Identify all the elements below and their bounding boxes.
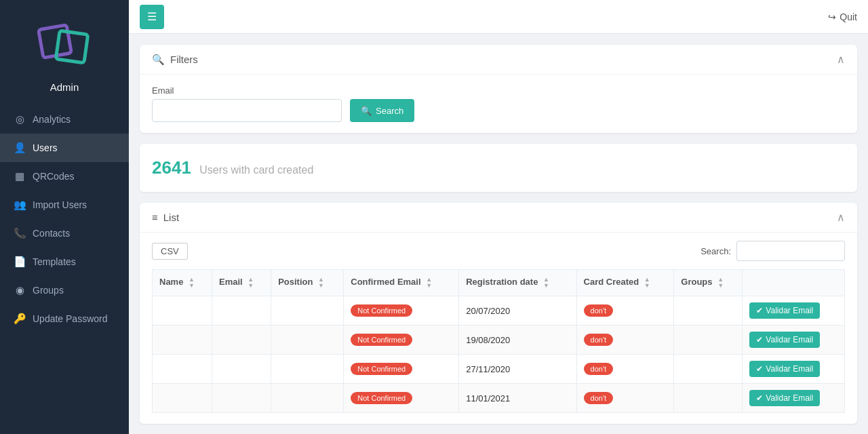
search-label: Search	[376, 106, 403, 116]
list-tools: CSV Search:	[140, 233, 857, 269]
table-body: Not Confirmed 20/07/2020 don't ✔ Validar…	[153, 296, 845, 413]
table-row: Not Confirmed 20/07/2020 don't ✔ Validar…	[153, 296, 845, 326]
list-toggle-button[interactable]: ∧	[837, 211, 845, 224]
sort-icon: ▲▼	[717, 277, 724, 289]
cell-position	[271, 296, 344, 326]
sidebar-item-groups[interactable]: ◉ Groups	[0, 276, 129, 304]
cell-card-created: don't	[576, 326, 674, 355]
list-title: ≡ List	[152, 212, 179, 223]
cell-groups	[674, 355, 743, 384]
not-confirmed-badge: Not Confirmed	[351, 304, 412, 317]
cell-confirmed-email: Not Confirmed	[344, 384, 459, 413]
sort-icon: ▲▼	[543, 277, 549, 289]
cell-confirmed-email: Not Confirmed	[344, 355, 459, 384]
sidebar-item-update-password[interactable]: 🔑 Update Password	[0, 304, 129, 333]
stats-count: 2641	[152, 157, 191, 178]
sidebar-item-label: Groups	[33, 285, 64, 296]
cell-groups	[674, 384, 743, 413]
table-row: Not Confirmed 19/08/2020 don't ✔ Validar…	[153, 326, 845, 355]
not-confirmed-badge: Not Confirmed	[351, 363, 412, 375]
logo-icon	[34, 14, 95, 75]
search-icon: 🔍	[361, 106, 372, 116]
validar-email-button[interactable]: ✔ Validar Email	[749, 390, 820, 406]
admin-label: Admin	[0, 81, 129, 105]
filters-title: 🔍 Filters	[152, 54, 198, 66]
topbar: ☰ ↪ Quit	[129, 0, 868, 34]
validar-email-button[interactable]: ✔ Validar Email	[749, 302, 820, 319]
import-icon: 👥	[14, 199, 26, 211]
cell-card-created: don't	[576, 296, 674, 326]
sort-icon: ▲▼	[426, 277, 432, 289]
list-panel-header: ≡ List ∧	[140, 203, 857, 233]
col-registration-date: Registration date ▲▼	[459, 270, 576, 296]
col-name: Name ▲▼	[153, 270, 212, 296]
validar-email-button[interactable]: ✔ Validar Email	[749, 361, 820, 377]
table-search-input[interactable]	[736, 241, 845, 261]
logo-container	[0, 0, 129, 81]
quit-button[interactable]: ↪ Quit	[828, 12, 857, 22]
cell-action: ✔ Validar Email	[743, 326, 845, 355]
cell-action: ✔ Validar Email	[743, 384, 845, 413]
filters-toggle-button[interactable]: ∧	[837, 53, 845, 66]
email-form-group: Email	[152, 85, 342, 122]
sidebar-item-users[interactable]: 👤 Users	[0, 134, 129, 162]
col-groups: Groups ▲▼	[674, 270, 743, 296]
col-actions	[743, 270, 845, 296]
col-card-created: Card Created ▲▼	[576, 270, 674, 296]
cell-position	[271, 326, 344, 355]
sidebar-item-label: Contacts	[33, 228, 70, 239]
cell-card-created: don't	[576, 355, 674, 384]
sidebar-item-qrcodes[interactable]: ▦ QRCodes	[0, 162, 129, 191]
list-icon: ≡	[152, 212, 158, 223]
sidebar-item-analytics[interactable]: ◎ Analytics	[0, 105, 129, 134]
cell-groups	[674, 296, 743, 326]
sidebar-item-contacts[interactable]: 📞 Contacts	[0, 219, 129, 248]
cell-name	[153, 296, 212, 326]
csv-button[interactable]: CSV	[152, 243, 188, 260]
sidebar-item-label: Analytics	[33, 114, 71, 125]
email-input[interactable]	[152, 99, 342, 122]
quit-arrow-icon: ↪	[828, 12, 836, 22]
cell-reg-date: 20/07/2020	[459, 296, 576, 326]
sidebar-item-templates[interactable]: 📄 Templates	[0, 248, 129, 276]
not-confirmed-badge: Not Confirmed	[351, 392, 412, 404]
search-button[interactable]: 🔍 Search	[350, 99, 414, 122]
cell-position	[271, 384, 344, 413]
check-icon: ✔	[756, 306, 763, 315]
page-content: 🔍 Filters ∧ Email 🔍 Search	[129, 34, 868, 434]
sort-icon: ▲▼	[189, 277, 195, 289]
cell-action: ✔ Validar Email	[743, 296, 845, 326]
table-search-row: Search:	[701, 241, 845, 261]
check-icon: ✔	[756, 335, 763, 344]
sidebar-item-label: Users	[33, 142, 58, 153]
sidebar-item-label: Import Users	[33, 199, 87, 210]
password-icon: 🔑	[14, 313, 26, 325]
cell-email	[212, 355, 271, 384]
dont-badge: don't	[584, 363, 614, 375]
users-table: Name ▲▼ Email ▲▼ Position ▲▼ Confirmed E…	[152, 269, 845, 413]
col-confirmed-email: Confirmed Email ▲▼	[344, 270, 459, 296]
check-icon: ✔	[756, 364, 763, 374]
sidebar-item-import-users[interactable]: 👥 Import Users	[0, 191, 129, 219]
table-search-label: Search:	[701, 246, 731, 256]
cell-groups	[674, 326, 743, 355]
email-label: Email	[152, 85, 342, 96]
sort-icon: ▲▼	[318, 277, 324, 289]
sidebar-nav: ◎ Analytics 👤 Users ▦ QRCodes 👥 Import U…	[0, 105, 129, 434]
sort-icon: ▲▼	[644, 277, 650, 289]
filters-row: Email 🔍 Search	[152, 85, 845, 122]
groups-icon: ◉	[14, 284, 26, 296]
svg-rect-0	[39, 25, 72, 58]
cell-reg-date: 11/01/2021	[459, 384, 576, 413]
users-icon: 👤	[14, 142, 26, 154]
dont-badge: don't	[584, 334, 614, 346]
stats-label: Users with card created	[199, 164, 313, 176]
contacts-icon: 📞	[14, 227, 26, 239]
hamburger-button[interactable]: ☰	[140, 5, 164, 29]
table-wrapper: Name ▲▼ Email ▲▼ Position ▲▼ Confirmed E…	[140, 269, 857, 424]
validar-email-button[interactable]: ✔ Validar Email	[749, 332, 820, 348]
table-row: Not Confirmed 11/01/2021 don't ✔ Validar…	[153, 384, 845, 413]
cell-position	[271, 355, 344, 384]
cell-reg-date: 27/11/2020	[459, 355, 576, 384]
cell-action: ✔ Validar Email	[743, 355, 845, 384]
